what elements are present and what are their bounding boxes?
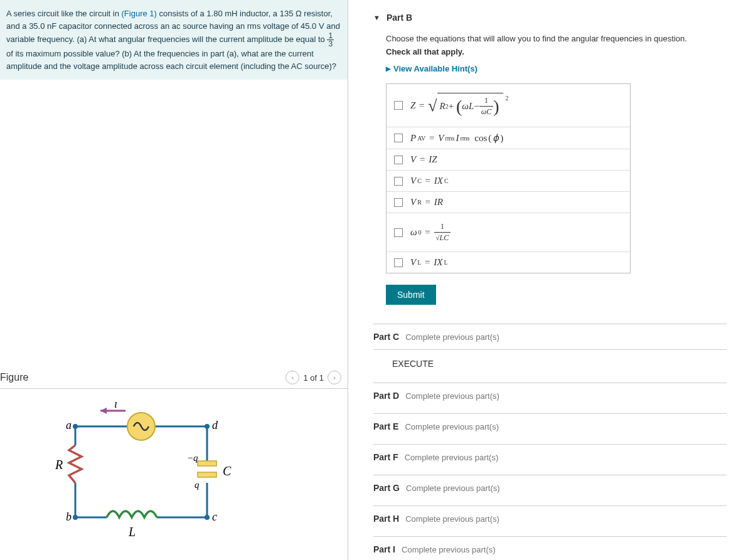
checkbox[interactable] — [394, 177, 403, 186]
unit: V — [319, 21, 324, 31]
option-row[interactable]: ω0 = 1√LC — [387, 213, 630, 252]
checkbox[interactable] — [394, 101, 403, 110]
pager-next-button[interactable]: › — [328, 371, 341, 384]
submit-button[interactable]: Submit — [386, 285, 436, 305]
part-h-row[interactable]: Part H Complete previous part(s) — [373, 505, 727, 531]
option-row[interactable]: Z = √ R2+ (ωL− 1ωC ) 2 — [387, 84, 630, 127]
svg-text:L: L — [128, 525, 136, 539]
pager-text: 1 of 1 — [303, 373, 324, 383]
triangle-right-icon: ▶ — [386, 65, 391, 72]
part-label: Part E — [373, 421, 398, 431]
part-c-row[interactable]: Part C Complete previous part(s) — [373, 324, 727, 349]
unit: Ω — [296, 9, 302, 18]
part-status: Complete previous part(s) — [402, 545, 496, 554]
svg-text:−q: −q — [187, 453, 198, 463]
part-label: Part C — [373, 332, 399, 342]
part-f-row[interactable]: Part F Complete previous part(s) — [373, 444, 727, 470]
svg-text:q: q — [195, 480, 200, 490]
equation-impedance: Z = √ R2+ (ωL− 1ωC ) 2 — [410, 93, 509, 118]
part-status: Complete previous part(s) — [405, 514, 499, 524]
option-row[interactable]: V = IZ — [387, 149, 630, 171]
figure-title: Figure — [0, 372, 28, 383]
part-label: Part D — [373, 391, 399, 401]
part-status: Complete previous part(s) — [406, 483, 500, 493]
svg-text:a: a — [66, 419, 72, 431]
part-label: Part G — [373, 483, 400, 493]
right-column: ▼ Part B Choose the equations that will … — [348, 0, 736, 560]
part-b-body: Choose the equations that will allow you… — [373, 34, 727, 305]
part-g-row[interactable]: Part G Complete previous part(s) — [373, 475, 727, 500]
hint-label: View Available Hint(s) — [393, 64, 477, 73]
checkbox[interactable] — [394, 156, 403, 164]
part-d-row[interactable]: Part D Complete previous part(s) — [373, 383, 727, 408]
svg-text:c: c — [212, 510, 217, 523]
option-row[interactable]: VC = IXC — [387, 171, 630, 192]
caret-down-icon: ▼ — [373, 14, 380, 21]
part-status: Complete previous part(s) — [405, 453, 499, 462]
equation-w0: ω0 = 1√LC — [410, 222, 451, 243]
part-status: Complete previous part(s) — [405, 391, 499, 401]
option-row[interactable]: PAV = VrmsIrms cos(ϕ) — [387, 127, 630, 149]
equation-viz: V = IZ — [410, 154, 437, 165]
answer-options-box: Z = √ R2+ (ωL− 1ωC ) 2 PAV = VrmsIrms co… — [386, 83, 631, 273]
checkbox[interactable] — [394, 228, 403, 237]
part-b-header[interactable]: ▼ Part B — [373, 13, 727, 23]
svg-rect-15 — [198, 472, 216, 477]
option-row[interactable]: VL = IXL — [387, 252, 630, 273]
problem-text: consists of a 1.80 — [157, 9, 225, 18]
problem-text: inductor, a 135 — [238, 9, 296, 18]
figure-pager: ‹ 1 of 1 › — [285, 371, 341, 384]
part-label: Part I — [373, 544, 395, 554]
problem-text: A series circuit like the circuit in — [6, 9, 122, 18]
svg-point-10 — [205, 515, 210, 520]
svg-rect-14 — [198, 461, 216, 466]
pager-prev-button[interactable]: ‹ — [285, 371, 299, 384]
figure-image: a d b c R C L i −q q — [0, 389, 348, 547]
svg-point-7 — [73, 424, 78, 429]
figure-header: Figure ‹ 1 of 1 › — [0, 367, 348, 389]
problem-statement: A series circuit like the circuit in (Fi… — [0, 0, 348, 80]
svg-text:i: i — [114, 401, 117, 410]
svg-point-8 — [205, 424, 210, 429]
figure-reference-link[interactable]: (Figure 1) — [122, 9, 157, 18]
part-label: Part H — [373, 514, 399, 524]
equation-vl: VL = IXL — [410, 257, 448, 268]
part-status: Complete previous part(s) — [405, 422, 499, 431]
svg-text:b: b — [66, 510, 72, 523]
svg-text:d: d — [212, 419, 218, 431]
figure-section: Figure ‹ 1 of 1 › — [0, 361, 348, 560]
checkbox[interactable] — [394, 198, 403, 207]
checkbox[interactable] — [394, 134, 403, 142]
option-row[interactable]: VR = IR — [387, 192, 630, 213]
equation-vr: VR = IR — [410, 197, 443, 208]
problem-text: of its maximum possible value? (b) At th… — [6, 49, 336, 71]
execute-row: EXECUTE — [373, 349, 727, 378]
svg-text:C: C — [223, 464, 232, 478]
part-i-row[interactable]: Part I Complete previous part(s) — [373, 536, 727, 560]
view-hints-link[interactable]: ▶ View Available Hint(s) — [386, 64, 727, 73]
equation-power: PAV = VrmsIrms cos(ϕ) — [410, 132, 503, 144]
check-all-text: Check all that apply. — [386, 47, 727, 56]
svg-marker-13 — [100, 408, 107, 414]
part-b-title: Part B — [387, 13, 412, 23]
svg-point-9 — [73, 515, 78, 520]
problem-text: capacitor connected across an ac source … — [56, 21, 319, 31]
part-status: Complete previous part(s) — [405, 332, 499, 342]
left-column: A series circuit like the circuit in (Fi… — [0, 0, 348, 560]
unit: mH — [225, 9, 237, 18]
part-e-row[interactable]: Part E Complete previous part(s) — [373, 413, 727, 439]
part-label: Part F — [373, 452, 398, 462]
equation-vc: VC = IXC — [410, 176, 449, 186]
unit: nF — [47, 21, 56, 31]
svg-text:R: R — [55, 458, 63, 472]
instruction-text: Choose the equations that will allow you… — [386, 34, 727, 43]
fraction: 13 — [327, 32, 334, 48]
checkbox[interactable] — [394, 258, 403, 267]
